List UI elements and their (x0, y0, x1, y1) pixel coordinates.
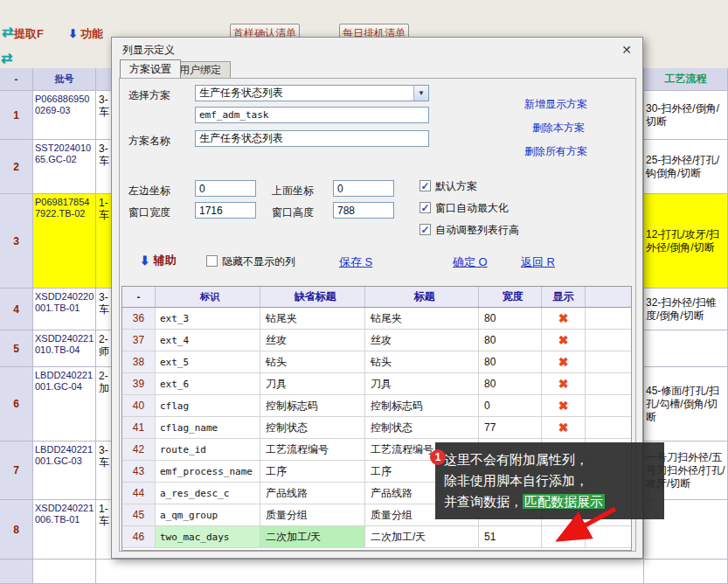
grid-cell-default-title[interactable]: 刀具 (260, 373, 365, 394)
grid-row[interactable]: 41 cflag_name 控制状态 控制状态 77 ✖ (122, 417, 631, 439)
grid-cell-id[interactable]: ext_6 (156, 373, 260, 394)
grid-cell-id[interactable]: two_mac_days (156, 526, 260, 547)
grid-cell-id[interactable]: route_id (156, 439, 260, 460)
auto-rowheight-label: 自动调整列表行高 (435, 223, 519, 238)
back-link[interactable]: 返回 R (521, 254, 555, 270)
grid-cell-title[interactable]: 丝攻 (365, 330, 479, 351)
grid-header-show[interactable]: 显示 (542, 287, 586, 307)
grid-filler (586, 351, 631, 372)
grid-cell-width[interactable]: 80 (479, 308, 542, 329)
header-batch[interactable]: 批号 (33, 68, 96, 90)
grid-cell-width[interactable]: 0 (479, 395, 542, 416)
grid-header-filler (586, 287, 631, 307)
grid-header-row: - 标识 缺省标题 标题 宽度 显示 (122, 287, 631, 308)
hide-hidden-columns-checkbox[interactable]: 隐藏不显示的列 (206, 254, 295, 269)
batch-cell: LBDD240221001.GC-03 (33, 441, 96, 499)
grid-cell-title[interactable]: 控制状态 (365, 417, 479, 438)
down-arrow-icon: ⬇ (140, 254, 150, 268)
grid-row-number: 43 (122, 461, 156, 482)
grid-cell-title[interactable]: 钻头 (365, 351, 479, 372)
window-height-field[interactable]: 788 (333, 202, 394, 219)
show-x-icon[interactable]: ✖ (542, 330, 586, 351)
grid-filler (586, 417, 631, 438)
delete-scheme-link[interactable]: 删除本方案 (532, 121, 585, 136)
chevron-down-icon[interactable]: ▼ (413, 86, 428, 101)
left-coord-field[interactable]: 0 (195, 180, 256, 197)
tooltip-line: 并查询数据，匹配数据展示 (444, 491, 655, 512)
scheme-name-field[interactable]: 生产任务状态列表 (195, 130, 429, 147)
grid-cell-default-title[interactable]: 控制状态 (260, 417, 365, 438)
tooltip-line: 除非使用脚本自行添加， (444, 470, 655, 491)
grid-cell-title[interactable]: 二次加工/天 (365, 526, 479, 547)
grid-row-number: 38 (122, 351, 156, 372)
grid-header-width[interactable]: 宽度 (479, 287, 542, 307)
splitter-icon[interactable]: ⇄ (1, 50, 12, 66)
grid-header-title[interactable]: 标题 (365, 287, 479, 307)
checkbox-empty-icon (206, 255, 218, 267)
tab-scheme-settings[interactable]: 方案设置 (120, 59, 181, 78)
grid-row[interactable]: 37 ext_4 丝攻 丝攻 80 ✖ (122, 330, 631, 351)
grid-cell-default-title[interactable]: 质量分组 (260, 504, 365, 525)
default-scheme-checkbox[interactable]: ✓ 默认方案 (419, 179, 477, 194)
grid-header-id[interactable]: 标识 (156, 287, 260, 307)
grid-cell-id[interactable]: ext_4 (156, 330, 260, 351)
grid-cell-id[interactable]: ext_5 (156, 351, 260, 372)
grid-cell-default-title[interactable]: 丝攻 (260, 330, 365, 351)
grid-cell-width[interactable]: 80 (479, 373, 542, 394)
show-x-icon[interactable]: ✖ (542, 351, 586, 372)
grid-cell-id[interactable]: a_qm_group (156, 504, 260, 525)
auxiliary-button[interactable]: ⬇ 辅助 (140, 253, 177, 268)
show-x-icon[interactable]: ✖ (542, 417, 586, 438)
swap-icon[interactable]: ⇄ (2, 24, 13, 40)
grid-cell-width[interactable]: 80 (479, 351, 542, 372)
grid-row[interactable]: 36 ext_3 钻尾夹 钻尾夹 80 ✖ (122, 308, 631, 330)
grid-cell-width[interactable]: 80 (479, 330, 542, 351)
batch-cell: LBDD240221001.GC-04 (33, 367, 96, 441)
grid-cell-default-title[interactable]: 工序 (260, 461, 365, 482)
grid-row[interactable]: 39 ext_6 刀具 刀具 80 ✖ (122, 373, 631, 395)
row-number: 2 (0, 140, 33, 193)
grid-cell-default-title[interactable]: 工艺流程编号 (260, 439, 365, 460)
checkbox-check-icon: ✓ (419, 180, 431, 191)
row-number: 7 (0, 441, 33, 499)
grid-cell-id[interactable]: a_res_desc_c (156, 483, 260, 504)
scheme-select-dropdown[interactable]: 生产任务状态列表 ▼ (195, 85, 429, 101)
show-x-icon[interactable]: ✖ (542, 308, 586, 329)
save-link[interactable]: 保存 S (339, 254, 372, 270)
grid-row[interactable]: 38 ext_5 钻头 钻头 80 ✖ (122, 351, 631, 373)
grid-cell-default-title[interactable]: 控制标志码 (260, 395, 365, 416)
ok-link[interactable]: 确定 O (453, 254, 488, 270)
delete-all-schemes-link[interactable]: 删除所有方案 (524, 144, 587, 159)
auto-rowheight-checkbox[interactable]: ✓ 自动调整列表行高 (419, 223, 519, 238)
process-cell: 45-修面/打孔/扫孔/勾槽/倒角/切断 (644, 367, 728, 441)
grid-cell-id[interactable]: ext_3 (156, 308, 260, 329)
grid-cell-default-title[interactable]: 钻头 (260, 351, 365, 372)
grid-cell-default-title[interactable]: 产品线路 (260, 483, 365, 504)
grid-filler (586, 373, 631, 394)
grid-cell-id[interactable]: cflag (156, 395, 260, 416)
grid-cell-id[interactable]: emf_process_name (156, 461, 260, 482)
window-width-field[interactable]: 1716 (195, 202, 256, 219)
show-x-icon[interactable]: ✖ (542, 395, 586, 416)
grid-cell-title[interactable]: 钻尾夹 (365, 308, 479, 329)
table-code-field[interactable]: emf_adm_task (195, 107, 429, 123)
show-x-icon[interactable]: ✖ (542, 373, 586, 394)
grid-cell-width[interactable]: 51 (479, 526, 542, 547)
top-coord-field[interactable]: 0 (333, 180, 394, 197)
close-icon[interactable]: ✕ (618, 41, 635, 59)
add-scheme-link[interactable]: 新增显示方案 (524, 97, 587, 112)
auto-maximize-checkbox[interactable]: ✓ 窗口自动最大化 (419, 201, 509, 216)
grid-header-default-title[interactable]: 缺省标题 (260, 287, 365, 307)
grid-cell-id[interactable]: cflag_name (156, 417, 260, 438)
grid-cell-title[interactable]: 控制标志码 (365, 395, 479, 416)
grid-row-selected[interactable]: 46 two_mac_days 二次加工/天 二次加工/天 51 ✔ (122, 526, 631, 548)
grid-cell-default-title[interactable]: 二次加工/天 (260, 526, 365, 547)
grid-cell-width[interactable]: 77 (479, 417, 542, 438)
grid-row[interactable]: 40 cflag 控制标志码 控制标志码 0 ✖ (122, 395, 631, 417)
function-button[interactable]: ⬇功能 (68, 26, 103, 42)
grid-cell-default-title[interactable]: 钻尾夹 (260, 308, 365, 329)
grid-cell-title[interactable]: 刀具 (365, 373, 479, 394)
show-check-icon[interactable]: ✔ (542, 526, 586, 547)
extract-button[interactable]: 提取F (14, 26, 44, 42)
header-process[interactable]: 工艺流程 (644, 68, 728, 90)
